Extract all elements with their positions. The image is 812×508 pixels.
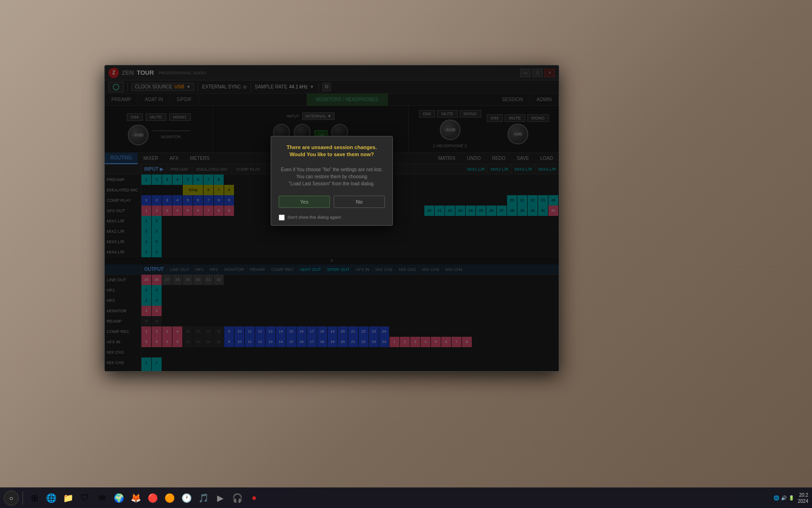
dialog-overlay: There are unsaved session changes.Would … bbox=[105, 65, 559, 371]
dialog-title: There are unsaved session changes.Would … bbox=[271, 136, 392, 162]
taskbar-icon-edge[interactable]: 🌐 bbox=[44, 491, 59, 506]
taskbar-icon-clock[interactable]: 🕐 bbox=[179, 491, 194, 506]
app-window: Z ZEN TOUR PROFESSIONAL AUDIO — □ × CLOC… bbox=[104, 65, 559, 372]
taskbar-icon-ableton[interactable]: ▶ bbox=[213, 491, 228, 506]
start-button[interactable]: ○ bbox=[4, 491, 19, 506]
taskbar-icon-mail[interactable]: ✉ bbox=[94, 491, 109, 506]
taskbar-icon-zen-tour[interactable]: ● bbox=[247, 491, 262, 506]
tray-network: 🌐 bbox=[773, 495, 779, 500]
dialog-checkbox-row: Don't show this dialog again! bbox=[271, 213, 392, 225]
dont-show-checkbox[interactable] bbox=[279, 214, 285, 221]
dialog-body: Even if You choose "No" the settings are… bbox=[271, 162, 392, 191]
taskbar-icon-firefox[interactable]: 🦊 bbox=[128, 491, 143, 506]
taskbar: ○ ⊞ 🌐 📁 🛡 ✉ 🌍 🦊 🔴 🟠 🕐 🎵 ▶ 🎧 ● 🌐 🔊 🔋 20:2… bbox=[0, 487, 812, 508]
taskbar-icon-spotify[interactable]: 🎵 bbox=[196, 491, 211, 506]
time-display: 20:2 2024 bbox=[798, 492, 808, 504]
dialog-no-button[interactable]: No bbox=[334, 196, 385, 208]
taskbar-right: 🌐 🔊 🔋 20:2 2024 bbox=[773, 492, 808, 504]
unsaved-changes-dialog: There are unsaved session changes.Would … bbox=[271, 136, 393, 226]
tray-battery: 🔋 bbox=[789, 495, 794, 500]
clock-time: 20:2 bbox=[798, 492, 808, 498]
system-tray: 🌐 🔊 🔋 bbox=[773, 495, 794, 500]
dialog-buttons: Yes No bbox=[271, 191, 392, 213]
taskbar-icon-app2[interactable]: 🟠 bbox=[162, 491, 177, 506]
taskbar-icon-files[interactable]: 📁 bbox=[61, 491, 76, 506]
taskbar-icon-search[interactable]: ⊞ bbox=[27, 491, 42, 506]
clock-date: 2024 bbox=[798, 498, 808, 504]
taskbar-icon-antivirus[interactable]: 🔴 bbox=[145, 491, 160, 506]
dont-show-label: Don't show this dialog again! bbox=[288, 215, 341, 220]
tray-volume: 🔊 bbox=[781, 495, 787, 500]
dialog-yes-button[interactable]: Yes bbox=[279, 196, 330, 208]
taskbar-icon-security[interactable]: 🛡 bbox=[78, 491, 93, 506]
taskbar-sep-1 bbox=[23, 492, 23, 505]
taskbar-icon-headphones[interactable]: 🎧 bbox=[230, 491, 245, 506]
taskbar-icon-chrome[interactable]: 🌍 bbox=[111, 491, 126, 506]
